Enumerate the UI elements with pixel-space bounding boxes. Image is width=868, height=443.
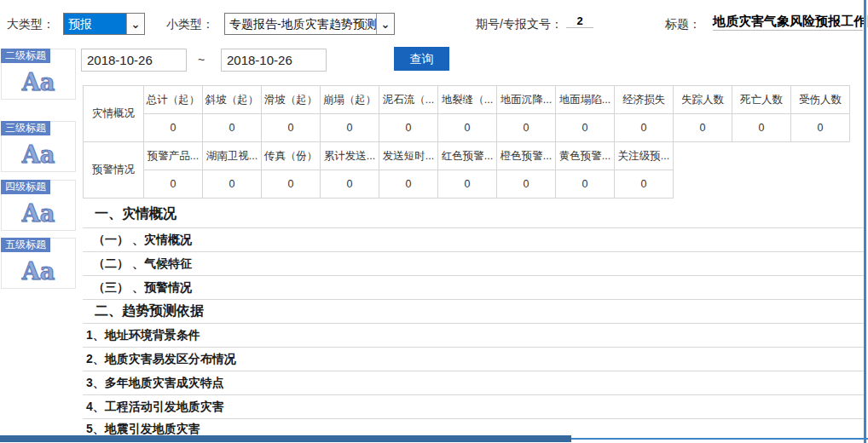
sidebar-style-card[interactable]: 四级标题Aa xyxy=(1,180,76,231)
table-column-header: 滑坡（起） xyxy=(262,86,321,114)
table-column-header: 斜坡（起） xyxy=(203,86,262,114)
warning-summary-table: 预警情况预警产品...湖南卫视...传真（份）累计发送...发送短时...红色预… xyxy=(83,141,674,198)
table-row-header: 灾情概况 xyxy=(84,86,144,142)
big-type-selected-value: 预报 xyxy=(64,14,126,34)
table-value-cell: 0 xyxy=(438,114,497,142)
document-outline: 一、灾情概况（一） 、灾情概况（二） 、气候特征（三） 、预警情况二、趋势预测依… xyxy=(83,198,864,440)
sidebar-style-card[interactable]: 三级标题Aa xyxy=(1,121,76,172)
table-column-header: 泥石流（... xyxy=(379,86,438,114)
table-column-header: 预警产品... xyxy=(144,142,203,170)
table-value-cell: 0 xyxy=(438,170,497,198)
table-column-header: 传真（份） xyxy=(262,142,321,170)
style-card-label: 四级标题 xyxy=(1,180,50,194)
style-card-label: 三级标题 xyxy=(1,121,50,135)
table-column-header: 地面沉降... xyxy=(497,86,556,114)
style-card-label: 二级标题 xyxy=(1,49,50,63)
issue-number-label: 期号/专报文号： xyxy=(476,17,563,32)
table-value-cell: 0 xyxy=(497,114,556,142)
table-value-cell: 0 xyxy=(321,114,379,142)
date-from-input[interactable]: 2018-10-26 xyxy=(81,49,187,72)
date-to-input[interactable]: 2018-10-26 xyxy=(221,49,327,72)
table-value-cell: 0 xyxy=(203,114,262,142)
table-column-header: 地裂缝（... xyxy=(438,86,497,114)
table-column-header: 崩塌（起） xyxy=(321,86,379,114)
chevron-down-icon[interactable]: ⌄ xyxy=(126,14,144,34)
big-type-select[interactable]: 预报 ⌄ xyxy=(63,13,145,35)
table-column-header: 失踪人数 xyxy=(674,86,732,114)
outline-heading-row[interactable]: 一、灾情概况 xyxy=(83,198,864,228)
table-value-cell: 0 xyxy=(144,114,203,142)
table-value-cell: 0 xyxy=(379,114,438,142)
table-value-cell: 0 xyxy=(615,170,674,198)
table-column-header: 黄色预警... xyxy=(556,142,615,170)
table-value-cell: 0 xyxy=(144,170,203,198)
small-type-selected-value: 专题报告-地质灾害趋势预测 xyxy=(225,14,376,34)
table-value-cell: 0 xyxy=(321,170,379,198)
table-value-cell: 0 xyxy=(497,170,556,198)
table-column-header: 湖南卫视... xyxy=(203,142,262,170)
table-column-header: 地面塌陷... xyxy=(556,86,615,114)
outline-heading-row[interactable]: 3、多年地质灾害成灾特点 xyxy=(83,371,864,395)
table-column-header: 总计（起） xyxy=(144,86,203,114)
outline-heading-row[interactable]: （一） 、灾情概况 xyxy=(83,228,864,252)
outline-heading-row[interactable]: 1、地址环境背景条件 xyxy=(83,324,864,348)
outline-heading-row[interactable]: 二、趋势预测依据 xyxy=(83,300,864,324)
sidebar-style-card[interactable]: 二级标题Aa xyxy=(1,49,76,100)
table-value-cell: 0 xyxy=(556,114,615,142)
font-style-aa-icon: Aa xyxy=(2,137,75,171)
issue-number-field[interactable]: 2 xyxy=(566,14,593,28)
report-editor-window: 大类型： 预报 ⌄ 小类型： 专题报告-地质灾害趋势预测 ⌄ 期号/专报文号： … xyxy=(0,0,868,443)
query-button[interactable]: 查询 xyxy=(394,47,449,71)
small-type-select[interactable]: 专题报告-地质灾害趋势预测 ⌄ xyxy=(224,13,395,35)
table-column-header: 经济损失 xyxy=(615,86,674,114)
table-column-header: 受伤人数 xyxy=(791,86,850,114)
table-column-header: 红色预警... xyxy=(438,142,497,170)
summary-table: 灾情概况总计（起）斜坡（起）滑坡（起）崩塌（起）泥石流（...地裂缝（...地面… xyxy=(83,85,850,142)
disaster-summary-table: 灾情概况总计（起）斜坡（起）滑坡（起）崩塌（起）泥石流（...地裂缝（...地面… xyxy=(83,85,850,142)
font-style-aa-icon: Aa xyxy=(2,65,75,99)
table-value-cell: 0 xyxy=(262,114,321,142)
outline-heading-row[interactable]: （三） 、预警情况 xyxy=(83,276,864,300)
table-column-header: 累计发送... xyxy=(321,142,379,170)
panel-right-border xyxy=(864,0,866,443)
title-field[interactable]: 地质灾害气象风险预报工作日报 xyxy=(713,14,863,31)
horizontal-scrollbar-thumb[interactable] xyxy=(0,435,571,442)
table-column-header: 橙色预警... xyxy=(497,142,556,170)
style-card-label: 五级标题 xyxy=(1,238,50,252)
table-column-header: 死亡人数 xyxy=(732,86,791,114)
small-type-label: 小类型： xyxy=(166,17,214,32)
title-label: 标题： xyxy=(665,17,701,32)
summary-table: 预警情况预警产品...湖南卫视...传真（份）累计发送...发送短时...红色预… xyxy=(83,141,674,198)
font-style-aa-icon: Aa xyxy=(2,196,75,230)
table-value-cell: 0 xyxy=(674,114,732,142)
big-type-label: 大类型： xyxy=(7,17,55,32)
outline-heading-row[interactable]: （二） 、气候特征 xyxy=(83,252,864,276)
table-column-header: 关注级预... xyxy=(615,142,674,170)
table-value-cell: 0 xyxy=(791,114,850,142)
font-style-aa-icon: Aa xyxy=(2,254,75,288)
table-value-cell: 0 xyxy=(203,170,262,198)
outline-heading-row[interactable]: 4、工程活动引发地质灾害 xyxy=(83,395,864,419)
table-value-cell: 0 xyxy=(262,170,321,198)
table-value-cell: 0 xyxy=(732,114,791,142)
table-value-cell: 0 xyxy=(379,170,438,198)
table-row-header: 预警情况 xyxy=(84,142,144,198)
chevron-down-icon[interactable]: ⌄ xyxy=(376,14,394,34)
table-value-cell: 0 xyxy=(615,114,674,142)
outline-heading-row[interactable]: 2、地质灾害易发区分布情况 xyxy=(83,348,864,371)
date-range-separator: ~ xyxy=(198,53,205,66)
table-column-header: 发送短时... xyxy=(379,142,438,170)
table-value-cell: 0 xyxy=(556,170,615,198)
sidebar-style-card[interactable]: 五级标题Aa xyxy=(1,238,76,289)
